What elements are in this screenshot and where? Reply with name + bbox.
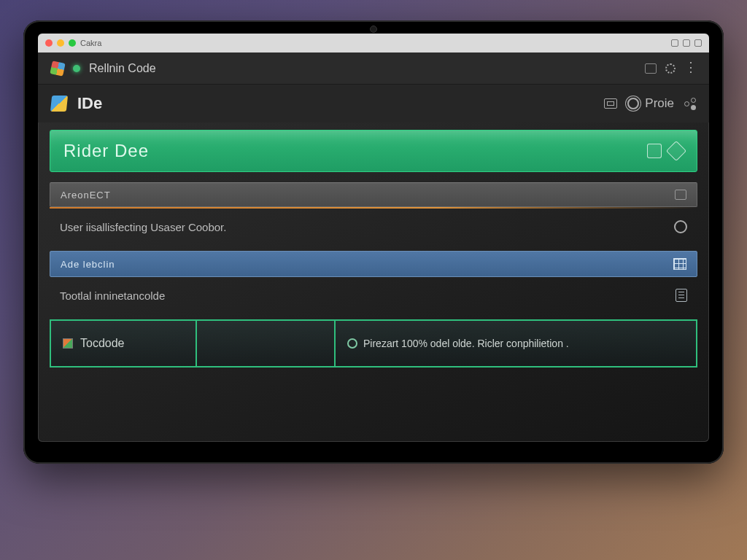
screen: Cakra Rellnin Code ⋮ IDe Proie bbox=[38, 34, 709, 442]
section-header-a[interactable]: AreonECT bbox=[50, 182, 697, 207]
close-window-icon[interactable] bbox=[45, 39, 53, 47]
bottom-status-cell: Pirezart 100% odel olde. Ricler conphili… bbox=[336, 321, 696, 366]
section-b-body: Tootlal inninetancolde bbox=[60, 289, 165, 302]
systray-icon[interactable] bbox=[671, 39, 678, 47]
gear-icon[interactable] bbox=[665, 63, 676, 74]
project-menu[interactable]: Proie bbox=[627, 96, 674, 111]
window-layout-icon[interactable] bbox=[645, 63, 657, 74]
section-a-label: AreonECT bbox=[61, 190, 111, 201]
project-menu-label: Proie bbox=[645, 96, 674, 111]
brand-label: IDe bbox=[77, 94, 102, 113]
module-icon bbox=[63, 338, 73, 349]
app-logo-icon bbox=[50, 61, 65, 76]
minimize-window-icon[interactable] bbox=[57, 39, 64, 47]
divider-orange bbox=[50, 207, 697, 209]
grid-icon[interactable] bbox=[673, 258, 686, 270]
section-a-body-row: User iisallisfecting Usaser Coobor. bbox=[50, 214, 697, 239]
tab-title[interactable]: Rellnin Code bbox=[89, 62, 156, 75]
brand-cube-icon bbox=[50, 96, 68, 112]
section-b-body-row: Tootlal inninetancolde bbox=[50, 283, 697, 308]
camera-dot bbox=[370, 26, 377, 33]
status-dot-icon bbox=[73, 65, 80, 72]
os-titlebar: Cakra bbox=[38, 34, 709, 52]
more-icon[interactable]: ⋮ bbox=[684, 63, 696, 74]
banner-title: Rider Dee bbox=[63, 141, 149, 161]
bottom-middle-cell[interactable] bbox=[197, 321, 336, 366]
panel-toggle-button[interactable] bbox=[604, 98, 617, 109]
app-toolbar: IDe Proie bbox=[38, 85, 709, 122]
share-icon bbox=[684, 98, 696, 109]
maximize-window-icon[interactable] bbox=[69, 39, 76, 47]
bottom-left-cell[interactable]: Tocdode bbox=[51, 321, 197, 366]
tab-bar: Rellnin Code ⋮ bbox=[38, 52, 709, 85]
monitor-frame: Cakra Rellnin Code ⋮ IDe Proie bbox=[23, 20, 724, 464]
window-controls bbox=[45, 39, 76, 47]
document-icon[interactable] bbox=[647, 144, 662, 158]
bottom-panel: Tocdode Pirezart 100% odel olde. Ricler … bbox=[50, 319, 697, 368]
document-icon[interactable] bbox=[676, 289, 687, 302]
systray-icon[interactable] bbox=[694, 39, 702, 47]
systray-icon[interactable] bbox=[683, 39, 690, 47]
wrench-icon[interactable] bbox=[666, 141, 686, 161]
bottom-left-label: Tocdode bbox=[80, 337, 125, 350]
section-b-label: Ade lebclin bbox=[61, 259, 115, 270]
os-title: Cakra bbox=[80, 39, 101, 47]
section-header-b[interactable]: Ade lebclin bbox=[50, 251, 697, 277]
radio-icon[interactable] bbox=[674, 220, 687, 233]
panel-icon bbox=[604, 98, 617, 109]
gear-icon bbox=[627, 98, 639, 109]
panel-icon[interactable] bbox=[675, 190, 686, 200]
progress-ring-icon bbox=[347, 338, 357, 349]
main-banner: Rider Dee bbox=[50, 130, 697, 172]
bottom-status-text: Pirezart 100% odel olde. Ricler conphili… bbox=[363, 338, 569, 349]
section-a-body: User iisallisfecting Usaser Coobor. bbox=[60, 221, 226, 233]
share-button[interactable] bbox=[684, 98, 696, 109]
